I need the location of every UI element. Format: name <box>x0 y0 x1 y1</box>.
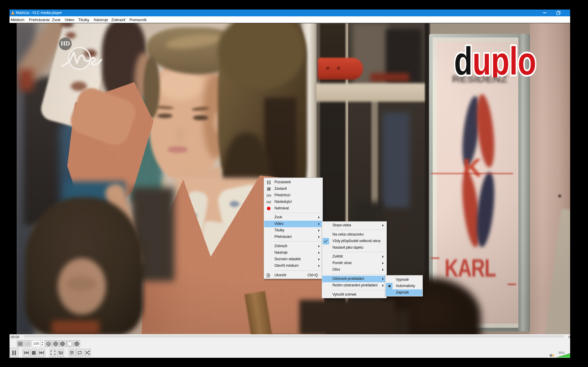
svg-text:duplo: duplo <box>454 39 536 83</box>
